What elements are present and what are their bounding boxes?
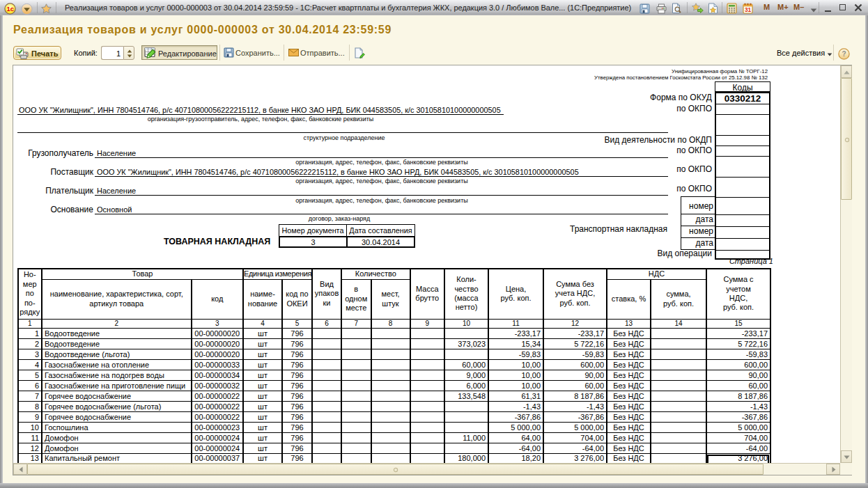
svg-text:1с: 1с: [6, 5, 14, 13]
svg-text:?: ?: [842, 50, 846, 58]
svg-text:31: 31: [745, 6, 752, 13]
